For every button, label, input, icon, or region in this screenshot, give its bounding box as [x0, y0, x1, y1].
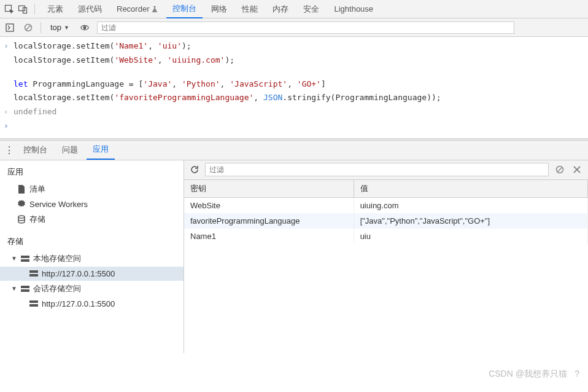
svg-rect-13 [29, 274, 38, 276]
console-output: › localStorage.setItem('Name1', 'uiu'); … [0, 37, 588, 138]
application-panel: 应用 清单 Service Workers 存储 存储 ▼ 本地存储空间 htt… [0, 160, 588, 353]
sidebar-item-label: 清单 [29, 184, 45, 195]
sidebar-item-local-storage[interactable]: ▼ 本地存储空间 [0, 251, 184, 267]
context-label: top [50, 23, 61, 32]
drawer-tab-console[interactable]: 控制台 [17, 140, 53, 160]
storage-table[interactable]: 密钥 值 WebSiteuiuing.com favoriteProgrammi… [184, 180, 588, 244]
tab-memory[interactable]: 内存 [266, 0, 295, 18]
flask-icon [152, 6, 158, 12]
sidebar-item-label: 本地存储空间 [33, 253, 81, 264]
context-selector[interactable]: top ▼ [47, 22, 72, 33]
storage-icon [29, 270, 38, 276]
svg-point-9 [18, 216, 25, 218]
tab-security[interactable]: 安全 [297, 0, 325, 18]
sidebar-item-service-workers[interactable]: Service Workers [0, 197, 184, 211]
sidebar-item-label: 存储 [29, 214, 45, 225]
cell-value[interactable]: ["Java","Python","JavaScript","GO+"] [354, 213, 587, 229]
cell-key[interactable]: favoriteProgrammingLanguage [184, 213, 354, 229]
console-input-line: localStorage.setItem('favoriteProgrammin… [0, 91, 588, 105]
sidebar-section-storage: 存储 [0, 227, 184, 251]
file-icon [17, 185, 26, 194]
sidebar-item-label: Service Workers [29, 200, 88, 209]
clear-all-icon[interactable] [554, 163, 566, 176]
prompt-indicator-icon: › [4, 40, 14, 53]
sidebar-item-label: http://127.0.0.1:5500 [42, 299, 115, 308]
clear-console-icon[interactable] [22, 22, 34, 34]
col-header-key[interactable]: 密钥 [184, 180, 354, 198]
console-input-line: localStorage.setItem('WebSite', 'uiuing.… [0, 53, 588, 68]
tab-lighthouse[interactable]: Lighthouse [328, 0, 379, 18]
sidebar-item-label: http://127.0.0.1:5500 [42, 269, 115, 278]
sidebar-section-app: 应用 [0, 160, 184, 181]
prompt-indicator-icon: › [4, 120, 14, 133]
sidebar-item-session-storage[interactable]: ▼ 会话存储空间 [0, 281, 184, 297]
tab-performance[interactable]: 性能 [236, 0, 264, 18]
drawer-tabs: ⋮ 控制台 问题 应用 [0, 141, 588, 160]
storage-toolbar [184, 160, 588, 180]
chevron-down-icon: ▼ [64, 25, 69, 31]
console-filter-input[interactable] [97, 22, 514, 34]
device-toggle-icon[interactable] [17, 4, 28, 15]
cell-value[interactable]: uiu [354, 229, 587, 244]
inspect-icon[interactable] [4, 4, 15, 15]
tab-console[interactable]: 控制台 [166, 0, 203, 18]
devtools-top-tabs: 元素 源代码 Recorder 控制台 网络 性能 内存 安全 Lighthou… [0, 0, 588, 18]
svg-rect-14 [21, 286, 29, 288]
console-filter-bar: top ▼ [0, 18, 588, 37]
table-row[interactable]: favoriteProgrammingLanguage["Java","Pyth… [184, 213, 588, 229]
svg-rect-15 [21, 289, 29, 292]
tab-recorder-label: Recorder [117, 4, 149, 14]
delete-selected-icon[interactable] [571, 163, 583, 176]
svg-line-19 [557, 167, 562, 172]
svg-rect-11 [21, 259, 29, 262]
console-sidebar-toggle-icon[interactable] [4, 22, 16, 34]
storage-icon [21, 256, 29, 262]
col-header-value[interactable]: 值 [354, 180, 587, 198]
svg-rect-12 [29, 270, 38, 273]
sidebar-item-local-storage-origin[interactable]: http://127.0.0.1:5500 [0, 267, 184, 281]
svg-rect-1 [19, 6, 25, 10]
watermark: CSDN @我想养只猫 ? [489, 369, 579, 380]
cell-key[interactable]: WebSite [184, 197, 354, 213]
tab-recorder[interactable]: Recorder [110, 0, 164, 18]
svg-rect-17 [29, 304, 38, 307]
separator [41, 22, 41, 33]
live-expression-icon[interactable] [79, 22, 91, 34]
tab-network[interactable]: 网络 [205, 0, 233, 18]
console-input-line: let ProgrammingLanguage = ['Java', 'Pyth… [0, 77, 588, 92]
disclosure-triangle-icon: ▼ [11, 285, 17, 292]
storage-main: 密钥 值 WebSiteuiuing.com favoriteProgrammi… [184, 160, 588, 353]
console-input-line: › localStorage.setItem('Name1', 'uiu'); [0, 39, 588, 53]
more-icon[interactable]: ⋮ [4, 144, 15, 156]
application-sidebar: 应用 清单 Service Workers 存储 存储 ▼ 本地存储空间 htt… [0, 160, 184, 353]
drawer-tab-application[interactable]: 应用 [87, 140, 115, 160]
storage-filter-input[interactable] [205, 163, 549, 176]
console-result-line: ‹ undefined [0, 105, 588, 119]
cell-value[interactable]: uiuing.com [354, 197, 587, 213]
gear-icon [17, 200, 26, 208]
sidebar-item-label: 会话存储空间 [33, 283, 81, 294]
svg-rect-16 [29, 300, 38, 303]
tab-sources[interactable]: 源代码 [72, 0, 108, 18]
database-icon [17, 215, 26, 224]
storage-icon [29, 300, 38, 307]
sidebar-item-session-storage-origin[interactable]: http://127.0.0.1:5500 [0, 297, 184, 311]
disclosure-triangle-icon: ▼ [11, 255, 17, 262]
svg-point-7 [83, 26, 86, 29]
console-prompt[interactable]: › [0, 119, 588, 133]
svg-line-5 [26, 25, 31, 30]
sidebar-item-manifest[interactable]: 清单 [0, 181, 184, 197]
drawer-tab-issues[interactable]: 问题 [56, 140, 84, 160]
table-row[interactable]: WebSiteuiuing.com [184, 197, 588, 213]
svg-rect-10 [21, 256, 29, 258]
tab-elements[interactable]: 元素 [41, 0, 69, 18]
separator [34, 4, 35, 15]
refresh-icon[interactable] [189, 164, 200, 175]
sidebar-item-storage[interactable]: 存储 [0, 211, 184, 227]
storage-icon [21, 286, 29, 292]
cell-key[interactable]: Name1 [184, 229, 354, 244]
table-row[interactable]: Name1uiu [184, 229, 588, 244]
result-indicator-icon: ‹ [4, 106, 14, 119]
